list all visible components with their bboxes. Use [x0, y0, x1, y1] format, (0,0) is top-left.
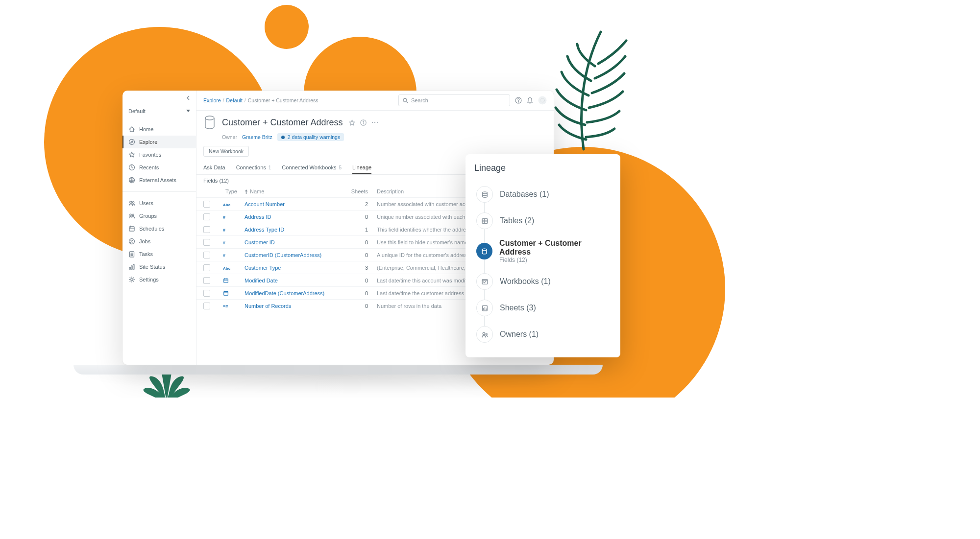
svg-rect-11 — [131, 266, 132, 269]
sidebar-item-label: Groups — [139, 213, 157, 219]
sidebar-collapse-button[interactable] — [122, 91, 196, 105]
help-icon[interactable] — [515, 97, 522, 104]
field-name-link[interactable]: CustomerID (CustomerAddress) — [245, 252, 343, 258]
sidebar-item-label: Recents — [139, 164, 159, 170]
sidebar-item-jobs[interactable]: Jobs — [122, 235, 196, 248]
row-checkbox[interactable] — [203, 290, 210, 297]
svg-rect-7 — [129, 227, 134, 231]
breadcrumb-project[interactable]: Default — [226, 97, 243, 103]
lineage-item-ds[interactable]: Customer + Customer AddressFields (12) — [476, 234, 612, 268]
row-checkbox[interactable] — [203, 201, 210, 208]
field-name-link[interactable]: Number of Records — [245, 303, 343, 309]
field-sheets: 0 — [347, 252, 372, 258]
sidebar-item-label: Settings — [139, 277, 159, 282]
sidebar-item-favorites[interactable]: Favorites — [122, 148, 196, 161]
sheet-icon — [476, 300, 493, 316]
sidebar-item-label: Schedules — [139, 226, 164, 232]
field-name-link[interactable]: Account Number — [245, 201, 343, 207]
search-input[interactable]: Search — [398, 94, 510, 106]
table-icon — [476, 212, 493, 229]
jobs-icon — [128, 238, 135, 245]
sidebar-item-explore[interactable]: Explore — [122, 136, 196, 148]
lineage-item-table[interactable]: Tables (2) — [476, 208, 612, 234]
lineage-item-db[interactable]: Databases (1) — [476, 181, 612, 208]
lineage-label: Sheets (3) — [500, 304, 536, 312]
col-sheets[interactable]: Sheets — [347, 188, 372, 194]
favorite-icon[interactable] — [349, 119, 355, 126]
field-name-link[interactable]: Address Type ID — [245, 227, 343, 233]
row-checkbox[interactable] — [203, 213, 210, 220]
sidebar-item-label: External Assets — [139, 177, 176, 183]
row-checkbox[interactable] — [203, 264, 210, 271]
lineage-label: Tables (2) — [500, 216, 534, 225]
breadcrumb-root[interactable]: Explore — [203, 97, 221, 103]
field-name-link[interactable]: Customer ID — [245, 239, 343, 245]
lineage-sublabel: Fields (12) — [499, 257, 612, 263]
svg-point-33 — [486, 333, 487, 334]
svg-point-23 — [374, 122, 375, 123]
field-name-link[interactable]: Modified Date — [245, 278, 343, 283]
new-workbook-button[interactable]: New Workbook — [203, 146, 249, 157]
home-icon — [128, 126, 135, 133]
sidebar-item-users[interactable]: Users — [122, 197, 196, 210]
ds-icon — [476, 243, 492, 259]
col-type[interactable]: Type — [223, 188, 240, 194]
sidebar-item-external-assets[interactable]: External Assets — [122, 174, 196, 187]
svg-point-16 — [518, 102, 518, 102]
lineage-item-sheet[interactable]: Sheets (3) — [476, 295, 612, 321]
field-type — [223, 278, 240, 283]
field-sheets: 1 — [347, 227, 372, 233]
sidebar-item-schedules[interactable]: Schedules — [122, 222, 196, 235]
field-type: # — [223, 214, 240, 220]
tab-lineage[interactable]: Lineage — [352, 162, 371, 174]
bell-icon[interactable] — [527, 97, 533, 104]
lineage-item-wb[interactable]: Workbooks (1) — [476, 268, 612, 295]
sidebar-item-recents[interactable]: Recents — [122, 161, 196, 174]
row-checkbox[interactable] — [203, 303, 210, 309]
project-selector[interactable]: Default — [128, 108, 190, 114]
owner-link[interactable]: Graeme Britz — [242, 134, 272, 140]
search-icon — [403, 98, 408, 103]
tab-ask-data[interactable]: Ask Data — [203, 162, 225, 174]
lineage-title: Lineage — [474, 163, 612, 173]
sidebar-item-label: Jobs — [139, 238, 150, 244]
lineage-panel: Lineage Databases (1)Tables (2)Customer … — [466, 154, 620, 357]
row-checkbox[interactable] — [203, 252, 210, 258]
field-name-link[interactable]: Address ID — [245, 214, 343, 220]
lineage-label: Databases (1) — [500, 190, 549, 199]
svg-rect-10 — [129, 267, 130, 269]
laptop-shadow — [74, 375, 603, 394]
groups-icon — [128, 212, 135, 219]
sidebar-item-groups[interactable]: Groups — [122, 210, 196, 222]
field-name-link[interactable]: Customer Type — [245, 265, 343, 271]
row-checkbox[interactable] — [203, 239, 210, 246]
tab-connections[interactable]: Connections1 — [236, 162, 271, 174]
gear-icon — [128, 276, 135, 283]
col-name[interactable]: Name — [245, 188, 343, 194]
page-title: Customer + Customer Address — [222, 117, 343, 128]
more-icon[interactable] — [371, 121, 378, 123]
sidebar-item-home[interactable]: Home — [122, 123, 196, 136]
info-icon[interactable] — [360, 119, 367, 126]
sidebar-item-settings[interactable]: Settings — [122, 273, 196, 286]
field-type: # — [223, 252, 240, 258]
tab-connected-workbooks[interactable]: Connected Workbooks5 — [282, 162, 342, 174]
field-sheets: 0 — [347, 239, 372, 245]
db-icon — [476, 186, 493, 203]
data-quality-badge[interactable]: 2 data quality warnings — [277, 133, 344, 141]
lineage-item-owner[interactable]: Owners (1) — [476, 321, 612, 348]
row-checkbox[interactable] — [203, 226, 210, 233]
sidebar-item-site-status[interactable]: Site Status — [122, 260, 196, 273]
svg-point-32 — [483, 332, 485, 334]
avatar[interactable] — [538, 96, 547, 105]
field-name-link[interactable]: ModifiedDate (CustomerAddress) — [245, 290, 343, 296]
sidebar-item-label: Explore — [139, 139, 157, 145]
svg-rect-12 — [133, 265, 134, 270]
sidebar-item-tasks[interactable]: Tasks — [122, 248, 196, 260]
tab-count: 1 — [269, 165, 271, 170]
page-header: Customer + Customer Address Owner Graeme… — [196, 111, 554, 146]
svg-point-13 — [131, 279, 133, 281]
row-checkbox[interactable] — [203, 277, 210, 284]
chevron-down-icon — [186, 110, 190, 113]
field-sheets: 0 — [347, 278, 372, 283]
